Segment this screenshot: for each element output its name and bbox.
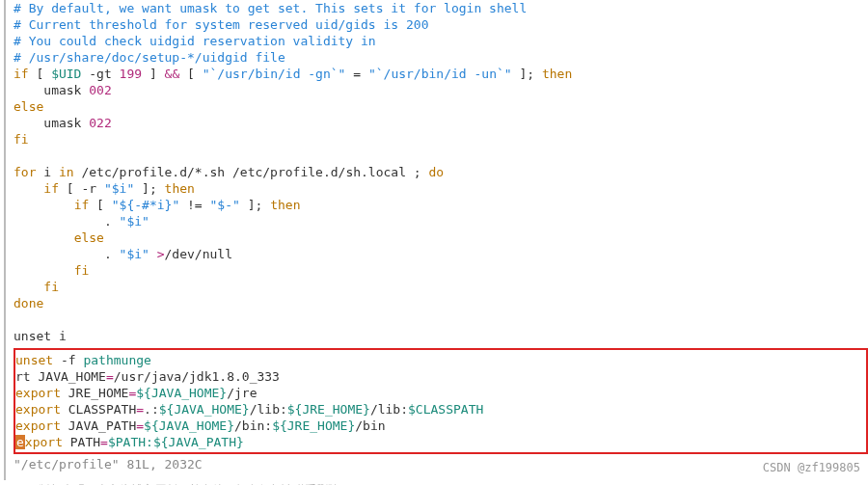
highlight-box: unset -f pathmunge rt JAVA_HOME=/usr/jav… (14, 348, 868, 454)
code-line: umask 022 (14, 115, 868, 131)
vim-status-line: "/etc/profile" 81L, 2032C (14, 456, 868, 472)
code-line: done (14, 295, 868, 311)
code-line: umask 002 (14, 82, 868, 98)
code-line: if [ $UID -gt 199 ] && [ "`/usr/bin/id -… (14, 66, 868, 82)
code-line: unset i (14, 328, 868, 344)
code-line: if [ "${-#*i}" != "$-" ]; then (14, 197, 868, 213)
code-line: else (14, 229, 868, 246)
code-line: export CLASSPATH=.:${JAVA_HOME}/lib:${JR… (15, 401, 864, 418)
comment-line: # By default, we want umask to get set. … (14, 0, 868, 16)
code-line: if [ -r "$i" ]; then (14, 180, 868, 197)
code-line: export JRE_HOME=${JAVA_HOME}/jre (15, 385, 864, 401)
code-line: . "$i" >/dev/null (14, 246, 868, 262)
code-line: fi (14, 131, 868, 148)
comment-line: # /usr/share/doc/setup-*/uidgid file (14, 49, 868, 66)
comment-line: # You could check uidgid reservation val… (14, 33, 868, 49)
blank-line (14, 311, 868, 328)
code-editor[interactable]: # By default, we want umask to get set. … (4, 0, 868, 480)
code-line: fi (14, 262, 868, 279)
watermark: CSDN @zf199805 (763, 460, 860, 476)
code-line: fi (14, 279, 868, 295)
code-line: export JAVA_PATH=${JAVA_HOME}/bin:${JRE_… (15, 418, 864, 434)
cursor: e (15, 435, 25, 449)
code-line: else (14, 98, 868, 115)
code-line: export PATH=$PATH:${JAVA_PATH} (15, 434, 864, 450)
code-line: . "$i" (14, 213, 868, 229)
code-line: rt JAVA_HOME=/usr/java/jdk1.8.0_333 (15, 368, 864, 385)
code-line: for i in /etc/profile.d/*.sh /etc/profil… (14, 164, 868, 180)
comment-line: # Current threshold for system reserved … (14, 16, 868, 33)
code-line: unset -f pathmunge (15, 352, 864, 368)
blank-line (14, 148, 868, 164)
